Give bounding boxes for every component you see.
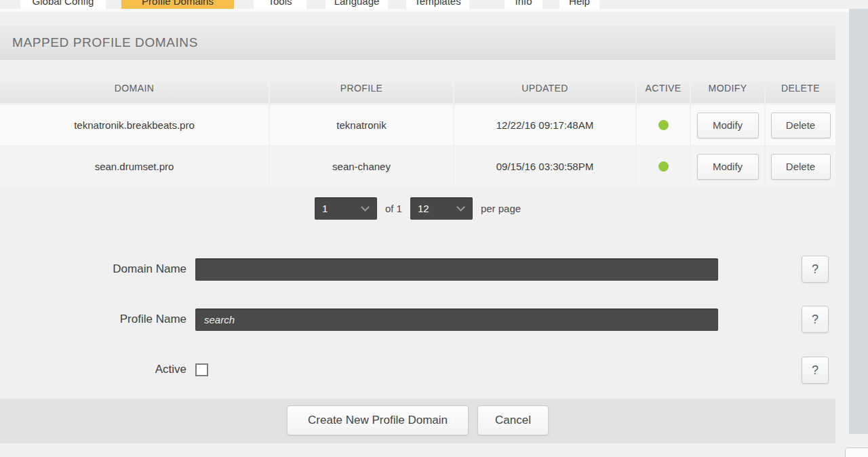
col-header-updated: UPDATED: [454, 73, 635, 103]
tabbar-divider: [0, 9, 849, 12]
cancel-button[interactable]: Cancel: [477, 405, 549, 435]
mapped-domains-table: DOMAIN PROFILE UPDATED ACTIVE MODIFY DEL…: [0, 73, 835, 188]
domain-name-input[interactable]: [195, 258, 718, 281]
profile-domains-page: Global Config Profile Domains Tools Lang…: [0, 0, 868, 457]
cell-updated: 12/22/16 09:17:48AM: [454, 105, 635, 145]
pagination: 1 of 1 12 per page: [0, 197, 835, 220]
cell-domain: sean.drumset.pro: [0, 146, 269, 186]
col-header-active: ACTIVE: [637, 73, 690, 103]
active-checkbox[interactable]: [195, 363, 208, 376]
cell-modify: Modify: [691, 146, 764, 186]
active-indicator: [658, 161, 669, 172]
tab-help[interactable]: Help: [559, 0, 599, 9]
cell-domain: teknatronik.breakbeats.pro: [0, 105, 269, 145]
help-button-domain[interactable]: ?: [802, 256, 829, 283]
help-button-active[interactable]: ?: [802, 357, 829, 384]
page-background-strip: [849, 9, 868, 434]
cell-profile: teknatronik: [270, 105, 453, 145]
bottom-right-panel-corner: [845, 448, 868, 457]
tab-info[interactable]: Info: [505, 0, 542, 9]
table-row: teknatronik.breakbeats.pro teknatronik 1…: [0, 105, 835, 145]
chevron-down-icon: [456, 203, 465, 212]
active-indicator: [658, 120, 669, 130]
cell-active: [637, 146, 690, 186]
col-header-profile: PROFILE: [270, 73, 453, 103]
modify-button[interactable]: Modify: [697, 113, 759, 138]
page-title: MAPPED PROFILE DOMAINS: [0, 35, 198, 50]
help-button-profile[interactable]: ?: [802, 306, 829, 333]
create-profile-domain-button[interactable]: Create New Profile Domain: [287, 405, 469, 435]
tab-profile-domains[interactable]: Profile Domains: [121, 0, 234, 9]
page-select[interactable]: 1: [315, 197, 377, 220]
col-header-delete: DELETE: [766, 73, 835, 103]
profile-name-input[interactable]: [195, 309, 718, 331]
tab-language[interactable]: Language: [326, 0, 388, 9]
domain-name-row: Domain Name: [0, 258, 835, 281]
profile-name-label: Profile Name: [0, 313, 186, 326]
col-header-domain: DOMAIN: [0, 73, 269, 103]
table-header-row: DOMAIN PROFILE UPDATED ACTIVE MODIFY DEL…: [0, 73, 835, 103]
cell-delete: Delete: [766, 146, 835, 186]
cell-active: [637, 105, 690, 145]
active-label: Active: [0, 363, 186, 376]
chevron-down-icon: [361, 203, 370, 212]
top-tabbar: Global Config Profile Domains Tools Lang…: [0, 0, 849, 9]
cell-profile: sean-chaney: [270, 146, 453, 186]
per-page-select-value: 12: [410, 203, 458, 214]
section-header: MAPPED PROFILE DOMAINS: [0, 26, 835, 60]
cell-delete: Delete: [766, 105, 835, 145]
delete-button[interactable]: Delete: [771, 113, 831, 138]
per-page-label: per page: [481, 203, 521, 214]
tab-templates[interactable]: Templates: [406, 0, 469, 9]
profile-name-row: Profile Name: [0, 308, 835, 331]
delete-button[interactable]: Delete: [771, 154, 831, 180]
cell-updated: 09/15/16 03:30:58PM: [454, 146, 635, 186]
modify-button[interactable]: Modify: [697, 154, 759, 180]
tab-global-config[interactable]: Global Config: [20, 0, 106, 9]
per-page-select[interactable]: 12: [410, 197, 473, 220]
cell-modify: Modify: [691, 105, 764, 145]
page-select-value: 1: [315, 203, 362, 214]
domain-name-label: Domain Name: [0, 262, 186, 276]
table-row: sean.drumset.pro sean-chaney 09/15/16 03…: [0, 146, 835, 186]
form-actions: Create New Profile Domain Cancel: [0, 399, 835, 443]
tab-tools[interactable]: Tools: [254, 0, 307, 9]
page-of-label: of 1: [385, 203, 402, 214]
col-header-modify: MODIFY: [691, 73, 764, 103]
active-row: Active: [0, 358, 835, 381]
